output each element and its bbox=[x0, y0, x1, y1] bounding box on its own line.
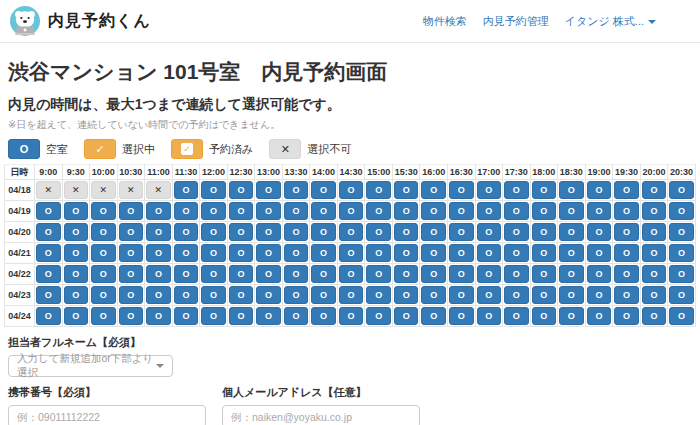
slot-button-vacant[interactable]: O bbox=[91, 307, 116, 325]
nav-link-company-dropdown[interactable]: イタンジ 株式... bbox=[565, 14, 656, 29]
slot-button-vacant[interactable]: O bbox=[256, 181, 281, 199]
slot-button-vacant[interactable]: O bbox=[36, 286, 61, 304]
slot-button-vacant[interactable]: O bbox=[532, 244, 557, 262]
slot-button-vacant[interactable]: O bbox=[36, 223, 61, 241]
slot-button-vacant[interactable]: O bbox=[669, 181, 694, 199]
slot-button-vacant[interactable]: O bbox=[339, 244, 364, 262]
slot-button-vacant[interactable]: O bbox=[394, 223, 419, 241]
slot-button-vacant[interactable]: O bbox=[449, 202, 474, 220]
slot-button-vacant[interactable]: O bbox=[91, 202, 116, 220]
slot-button-vacant[interactable]: O bbox=[614, 181, 639, 199]
slot-button-vacant[interactable]: O bbox=[311, 307, 336, 325]
slot-button-vacant[interactable]: O bbox=[477, 265, 502, 283]
slot-button-vacant[interactable]: O bbox=[559, 223, 584, 241]
slot-button-vacant[interactable]: O bbox=[449, 181, 474, 199]
slot-button-vacant[interactable]: O bbox=[284, 202, 309, 220]
slot-button-vacant[interactable]: O bbox=[504, 202, 529, 220]
slot-button-vacant[interactable]: O bbox=[256, 307, 281, 325]
slot-button-vacant[interactable]: O bbox=[421, 265, 446, 283]
slot-button-vacant[interactable]: O bbox=[394, 181, 419, 199]
slot-button-vacant[interactable]: O bbox=[201, 286, 226, 304]
slot-button-vacant[interactable]: O bbox=[394, 286, 419, 304]
slot-button-vacant[interactable]: O bbox=[119, 265, 144, 283]
slot-button-vacant[interactable]: O bbox=[366, 181, 391, 199]
slot-button-vacant[interactable]: O bbox=[587, 244, 612, 262]
slot-button-vacant[interactable]: O bbox=[532, 307, 557, 325]
slot-button-vacant[interactable]: O bbox=[119, 202, 144, 220]
slot-button-vacant[interactable]: O bbox=[587, 286, 612, 304]
slot-button-vacant[interactable]: O bbox=[366, 202, 391, 220]
agent-name-select[interactable]: 入力して新規追加or下部より選択 bbox=[8, 355, 173, 377]
slot-button-vacant[interactable]: O bbox=[421, 286, 446, 304]
slot-button-vacant[interactable]: O bbox=[146, 286, 171, 304]
slot-button-vacant[interactable]: O bbox=[614, 244, 639, 262]
slot-button-vacant[interactable]: O bbox=[669, 265, 694, 283]
slot-button-vacant[interactable]: O bbox=[91, 244, 116, 262]
slot-button-vacant[interactable]: O bbox=[532, 181, 557, 199]
slot-button-vacant[interactable]: O bbox=[587, 202, 612, 220]
email-input[interactable] bbox=[222, 405, 420, 425]
slot-button-vacant[interactable]: O bbox=[559, 202, 584, 220]
slot-button-vacant[interactable]: O bbox=[64, 307, 89, 325]
slot-button-vacant[interactable]: O bbox=[174, 307, 199, 325]
slot-button-vacant[interactable]: O bbox=[174, 244, 199, 262]
slot-button-vacant[interactable]: O bbox=[559, 286, 584, 304]
slot-button-vacant[interactable]: O bbox=[532, 286, 557, 304]
slot-button-vacant[interactable]: O bbox=[614, 202, 639, 220]
slot-button-vacant[interactable]: O bbox=[614, 307, 639, 325]
nav-link-reservation-management[interactable]: 内見予約管理 bbox=[483, 14, 549, 29]
slot-button-vacant[interactable]: O bbox=[366, 286, 391, 304]
slot-button-vacant[interactable]: O bbox=[477, 181, 502, 199]
slot-button-vacant[interactable]: O bbox=[504, 286, 529, 304]
slot-button-vacant[interactable]: O bbox=[64, 202, 89, 220]
slot-button-vacant[interactable]: O bbox=[229, 202, 254, 220]
slot-button-vacant[interactable]: O bbox=[421, 223, 446, 241]
slot-button-vacant[interactable]: O bbox=[119, 223, 144, 241]
slot-button-vacant[interactable]: O bbox=[587, 265, 612, 283]
slot-button-vacant[interactable]: O bbox=[394, 307, 419, 325]
slot-button-vacant[interactable]: O bbox=[559, 244, 584, 262]
slot-button-vacant[interactable]: O bbox=[614, 265, 639, 283]
slot-button-vacant[interactable]: O bbox=[91, 265, 116, 283]
slot-button-vacant[interactable]: O bbox=[311, 286, 336, 304]
slot-button-vacant[interactable]: O bbox=[201, 202, 226, 220]
slot-button-vacant[interactable]: O bbox=[449, 223, 474, 241]
slot-button-vacant[interactable]: O bbox=[256, 223, 281, 241]
slot-button-vacant[interactable]: O bbox=[229, 223, 254, 241]
slot-button-vacant[interactable]: O bbox=[669, 307, 694, 325]
slot-button-vacant[interactable]: O bbox=[477, 286, 502, 304]
slot-button-vacant[interactable]: O bbox=[532, 202, 557, 220]
slot-button-vacant[interactable]: O bbox=[64, 286, 89, 304]
slot-button-vacant[interactable]: O bbox=[669, 202, 694, 220]
slot-button-vacant[interactable]: O bbox=[449, 286, 474, 304]
slot-button-vacant[interactable]: O bbox=[421, 181, 446, 199]
slot-button-vacant[interactable]: O bbox=[504, 307, 529, 325]
slot-button-vacant[interactable]: O bbox=[256, 202, 281, 220]
slot-button-vacant[interactable]: O bbox=[91, 286, 116, 304]
slot-button-vacant[interactable]: O bbox=[669, 223, 694, 241]
slot-button-vacant[interactable]: O bbox=[146, 307, 171, 325]
slot-button-vacant[interactable]: O bbox=[394, 265, 419, 283]
slot-button-vacant[interactable]: O bbox=[559, 265, 584, 283]
slot-button-vacant[interactable]: O bbox=[201, 181, 226, 199]
slot-button-vacant[interactable]: O bbox=[174, 223, 199, 241]
slot-button-vacant[interactable]: O bbox=[504, 181, 529, 199]
slot-button-vacant[interactable]: O bbox=[477, 244, 502, 262]
slot-button-vacant[interactable]: O bbox=[449, 244, 474, 262]
slot-button-vacant[interactable]: O bbox=[449, 307, 474, 325]
slot-button-vacant[interactable]: O bbox=[614, 223, 639, 241]
slot-button-vacant[interactable]: O bbox=[421, 307, 446, 325]
slot-button-vacant[interactable]: O bbox=[119, 286, 144, 304]
slot-button-vacant[interactable]: O bbox=[284, 286, 309, 304]
slot-button-vacant[interactable]: O bbox=[311, 265, 336, 283]
slot-button-vacant[interactable]: O bbox=[504, 223, 529, 241]
slot-button-vacant[interactable]: O bbox=[587, 223, 612, 241]
slot-button-vacant[interactable]: O bbox=[339, 265, 364, 283]
slot-button-vacant[interactable]: O bbox=[366, 265, 391, 283]
slot-button-vacant[interactable]: O bbox=[229, 286, 254, 304]
slot-button-vacant[interactable]: O bbox=[339, 307, 364, 325]
slot-button-vacant[interactable]: O bbox=[229, 265, 254, 283]
slot-button-vacant[interactable]: O bbox=[36, 202, 61, 220]
slot-button-vacant[interactable]: O bbox=[642, 223, 667, 241]
slot-button-vacant[interactable]: O bbox=[421, 244, 446, 262]
